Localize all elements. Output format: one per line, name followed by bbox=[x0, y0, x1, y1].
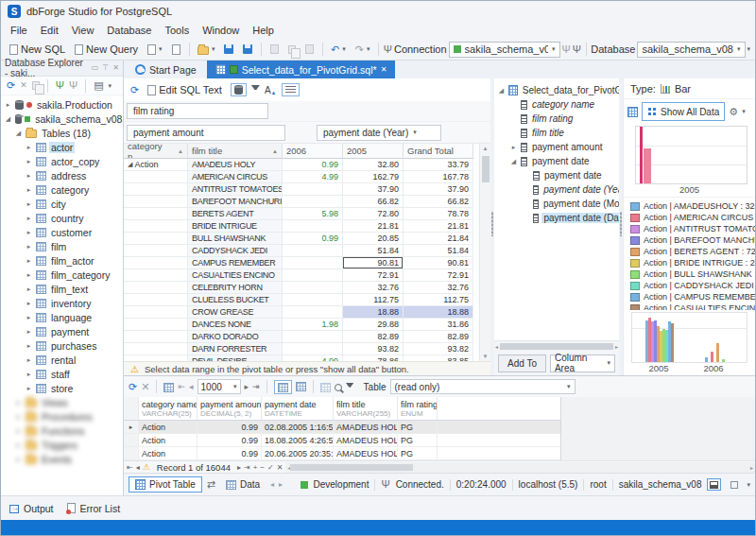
menu-database[interactable]: Database bbox=[100, 25, 158, 36]
pivot-total-cell[interactable]: 66.82 bbox=[404, 196, 473, 208]
pivot-2005-cell[interactable]: 82.89 bbox=[343, 331, 404, 343]
explorer-node-blurred[interactable]: ▸Procedures bbox=[1, 409, 123, 424]
expander-icon[interactable]: ▸ bbox=[25, 257, 33, 265]
pivot-total-cell[interactable]: 21.84 bbox=[404, 233, 473, 245]
pivot-total-cell[interactable]: 37.90 bbox=[404, 183, 473, 196]
expander-icon[interactable]: ▸ bbox=[25, 158, 33, 165]
table-cell[interactable]: 0.99 bbox=[198, 434, 262, 446]
legend-item[interactable]: Action | AMADEUSHOLY : 32.8 bbox=[630, 200, 755, 212]
pivot-2006-cell[interactable] bbox=[283, 196, 343, 208]
explorer-node-blurred[interactable]: ▸Events bbox=[1, 452, 123, 466]
pivot-2005-cell[interactable]: 112.75 bbox=[343, 294, 404, 306]
data-view-tab[interactable]: Data bbox=[220, 477, 266, 492]
pivot-category-cell[interactable] bbox=[124, 220, 188, 233]
table-cell[interactable]: PG bbox=[398, 421, 438, 433]
column-header[interactable]: film ratingENUM bbox=[398, 397, 438, 420]
pivot-film-cell[interactable]: BRIDE INTRIGUE bbox=[188, 220, 283, 233]
explorer-node[interactable]: ▸city bbox=[1, 197, 123, 211]
expander-icon[interactable]: ▸ bbox=[25, 314, 33, 321]
explorer-node[interactable]: ▸country bbox=[1, 211, 123, 225]
pivot-2006-cell[interactable] bbox=[283, 306, 343, 319]
pivot-total-cell[interactable]: 33.79 bbox=[404, 159, 473, 171]
pin-icon[interactable]: ⊤ bbox=[102, 64, 109, 72]
field-node[interactable]: payment date (Month) bbox=[494, 197, 619, 211]
data-field-chip[interactable]: payment amount bbox=[127, 125, 285, 141]
table-cell[interactable]: 02.08.2005 1:16:59 bbox=[262, 421, 334, 433]
explorer-node[interactable]: ▸inventory bbox=[1, 296, 123, 310]
scrollbar-thumb[interactable] bbox=[482, 156, 490, 182]
expander-icon[interactable]: ◢ bbox=[14, 130, 23, 137]
redo-button[interactable]: ↷▾ bbox=[352, 43, 374, 56]
expander-icon[interactable]: ◢ bbox=[128, 161, 132, 168]
pivot-chart-plot[interactable] bbox=[635, 126, 747, 184]
pivot-total-cell[interactable]: 18.88 bbox=[404, 306, 473, 319]
field-node[interactable]: film rating bbox=[494, 112, 619, 126]
expander-icon[interactable]: ▸ bbox=[25, 243, 33, 251]
add-to-button[interactable]: Add To bbox=[498, 354, 546, 372]
expander-icon[interactable]: ▸ bbox=[25, 285, 33, 293]
expander-icon[interactable]: ◢ bbox=[509, 158, 518, 165]
previous-view-icon[interactable]: ◂ bbox=[270, 481, 274, 489]
output-tab[interactable]: Output bbox=[9, 503, 54, 514]
tab-pivotgrid-sql[interactable]: Select_data_for_PivotGrid.sql* ✕ bbox=[207, 61, 396, 78]
table-cell[interactable]: Action bbox=[139, 434, 198, 446]
pivot-2005-cell[interactable]: 51.84 bbox=[343, 245, 404, 257]
swap-views-icon[interactable]: ⇄ bbox=[207, 479, 215, 490]
explorer-node[interactable]: ▸address bbox=[1, 168, 123, 182]
post-edit-icon[interactable]: ✓ bbox=[267, 463, 274, 472]
column-header[interactable]: payment amountDECIMAL(5, 2) bbox=[198, 397, 262, 420]
legend-item[interactable]: Action | CASUALTIES ENCINO : 72 bbox=[630, 303, 755, 310]
tab-start-page[interactable]: Start Page bbox=[127, 61, 205, 78]
first-page-icon[interactable]: ⇤ bbox=[178, 383, 185, 391]
status-overflow-icon[interactable]: ▾ bbox=[747, 481, 750, 489]
disconnect-icon[interactable]: Ψ bbox=[69, 80, 77, 91]
undo-button[interactable]: ↶▾ bbox=[327, 43, 350, 56]
duplicate-icon[interactable] bbox=[32, 81, 40, 90]
pivot-2006-cell[interactable]: 5.98 bbox=[283, 208, 343, 220]
table-cell[interactable]: 0.99 bbox=[198, 447, 262, 459]
pivot-total-cell[interactable]: 32.76 bbox=[404, 282, 473, 294]
pivot-category-cell[interactable] bbox=[124, 294, 188, 306]
pivot-row-header-category[interactable]: category n...▲ bbox=[124, 144, 188, 159]
expander-icon[interactable]: ▸ bbox=[509, 144, 518, 151]
explorer-node[interactable]: ◢sakila_schema_v08.Test bbox=[1, 112, 123, 126]
field-node[interactable]: ◢payment date bbox=[494, 154, 619, 168]
pivot-2006-cell[interactable]: 0.99 bbox=[283, 159, 343, 171]
pivot-chart-icon[interactable] bbox=[627, 107, 638, 117]
pivot-table-view-tab[interactable]: Pivot Table bbox=[129, 476, 202, 493]
connection-select[interactable]: sakila_schema_v08... ▾ bbox=[449, 42, 560, 58]
menu-file[interactable]: File bbox=[4, 25, 34, 36]
pivot-total-cell[interactable]: 112.75 bbox=[404, 294, 473, 306]
pivot-col-header-grand-total[interactable]: Grand Total bbox=[404, 144, 473, 159]
expander-icon[interactable]: ◢ bbox=[4, 115, 12, 123]
scroll-left-icon[interactable]: ◂ bbox=[495, 343, 498, 350]
scroll-right-icon[interactable]: ▸ bbox=[750, 464, 753, 471]
menu-window[interactable]: Window bbox=[196, 25, 246, 36]
legend-item[interactable]: Action | BRIDE INTRIGUE : 21.81 bbox=[630, 257, 755, 268]
pivot-2006-cell[interactable]: 0.99 bbox=[283, 233, 343, 245]
field-node[interactable]: payment date bbox=[494, 168, 619, 182]
pivot-2005-cell[interactable]: 66.82 bbox=[343, 196, 404, 208]
pivot-film-cell[interactable]: DANCES NONE bbox=[188, 319, 283, 331]
filter-button[interactable] bbox=[251, 84, 260, 95]
last-page-icon[interactable]: ⇥ bbox=[252, 383, 260, 391]
error-list-tab[interactable]: Error List bbox=[67, 503, 121, 514]
pivot-total-cell[interactable]: 82.89 bbox=[404, 331, 473, 343]
expander-icon[interactable]: ▸ bbox=[25, 328, 33, 336]
vertical-splitter[interactable] bbox=[490, 78, 494, 375]
chart-overview-plot[interactable] bbox=[631, 312, 747, 363]
field-tree-root[interactable]: ◢Select_data_for_PivotGrid bbox=[494, 83, 619, 97]
filter-field-chip[interactable]: film rating bbox=[127, 103, 268, 119]
paging-icon[interactable] bbox=[163, 383, 174, 392]
refresh-icon[interactable]: ⟳ bbox=[7, 80, 15, 91]
legend-item[interactable]: Action | BAREFOOT MANCHURIAN bbox=[630, 234, 755, 246]
pivot-film-cell[interactable]: BERETS AGENT bbox=[188, 208, 283, 220]
expander-icon[interactable]: ▸ bbox=[25, 144, 33, 151]
pivot-2006-cell[interactable] bbox=[283, 257, 343, 269]
expander-icon[interactable]: ▸ bbox=[25, 300, 33, 307]
filter-grid-icon[interactable] bbox=[320, 383, 331, 392]
explorer-node[interactable]: ▸film_actor bbox=[1, 253, 123, 268]
first-record-icon[interactable]: ⇤ bbox=[127, 463, 133, 472]
last-record-icon[interactable]: ⇥ bbox=[244, 463, 250, 472]
pivot-category-cell[interactable] bbox=[124, 208, 188, 220]
